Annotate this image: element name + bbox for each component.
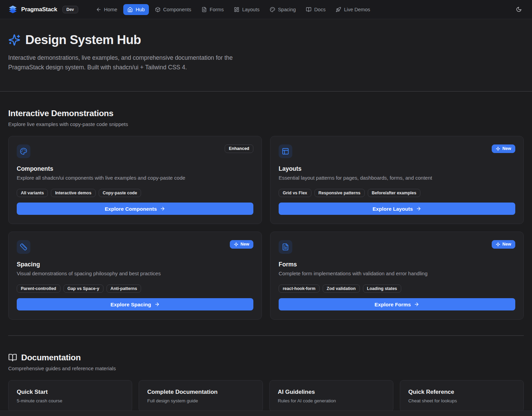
tag-row: react-hook-form Zod validation Loading s…	[279, 285, 515, 293]
page-subtitle: Interactive demonstrations, live example…	[8, 53, 263, 72]
card-title: AI Guidelines	[278, 389, 385, 396]
explore-forms-button[interactable]: Explore Forms	[279, 298, 515, 310]
tag: Anti-patterns	[107, 285, 141, 293]
status-badge: New	[230, 240, 253, 249]
demo-card-layouts[interactable]: New Layouts Essential layout patterns fo…	[270, 136, 524, 224]
section-subheading: Comprehensive guides and reference mater…	[8, 365, 524, 371]
section-heading-text: Documentation	[21, 353, 81, 362]
badge-label: New	[502, 242, 511, 247]
card-description: Cheat sheet for lookups	[408, 398, 515, 403]
palette-icon	[270, 7, 275, 12]
documentation-section: Documentation Comprehensive guides and r…	[8, 336, 524, 412]
page-title-text: Design System Hub	[25, 33, 141, 47]
card-description: 5-minute crash course	[17, 398, 124, 403]
nav-item-label: Live Demos	[344, 7, 370, 12]
tag: Grid vs Flex	[279, 189, 311, 197]
tag: All variants	[17, 189, 48, 197]
card-description: Rules for AI code generation	[278, 398, 385, 403]
demo-card-components[interactable]: Enhanced Components Explore all shadcn/u…	[8, 136, 262, 224]
book-open-icon	[8, 353, 17, 362]
button-label: Explore Spacing	[110, 302, 151, 307]
demo-card-spacing[interactable]: New Spacing Visual demonstrations of spa…	[8, 232, 262, 320]
card-description: Essential layout patterns for pages, das…	[279, 175, 515, 181]
status-badge: New	[492, 144, 515, 153]
footer-band	[0, 411, 532, 416]
card-description: Full design system guide	[147, 398, 254, 403]
doc-card-quick-start[interactable]: Quick Start 5-minute crash course	[8, 380, 132, 412]
card-description: Complete form implementations with valid…	[279, 271, 515, 276]
book-open-icon	[306, 7, 311, 12]
brand-name: PragmaStack	[21, 6, 57, 13]
nav-item-label: Layouts	[242, 7, 260, 12]
tag: Interactive demos	[51, 189, 95, 197]
tag-row: All variants Interactive demos Copy-past…	[17, 189, 253, 197]
main-content: Interactive Demonstrations Explore live …	[0, 92, 532, 412]
sparkles-icon	[496, 147, 500, 151]
nav-item-live-demos[interactable]: Live Demos	[332, 4, 374, 15]
home-icon	[127, 7, 133, 12]
section-subheading: Explore live examples with copy-paste co…	[8, 121, 524, 127]
button-label: Explore Components	[105, 206, 157, 212]
nav-item-docs[interactable]: Docs	[302, 4, 330, 15]
tag: Before/after examples	[368, 189, 421, 197]
status-badge: Enhanced	[225, 144, 253, 153]
explore-components-button[interactable]: Explore Components	[17, 203, 253, 215]
badge-label: New	[502, 146, 511, 151]
rocket-icon	[336, 7, 341, 12]
tag: Parent-controlled	[17, 285, 60, 293]
card-title: Quick Start	[17, 389, 124, 396]
section-heading: Interactive Demonstrations	[8, 109, 524, 118]
button-label: Explore Forms	[375, 302, 411, 307]
card-description: Explore all shadcn/ui components with li…	[17, 175, 253, 181]
tag-row: Grid vs Flex Responsive patterns Before/…	[279, 189, 515, 197]
brand[interactable]: PragmaStack Dev	[8, 5, 78, 14]
tag: Loading states	[363, 285, 401, 293]
nav-item-spacing[interactable]: Spacing	[266, 4, 300, 15]
top-navbar: PragmaStack Dev Home Hub Components Fo	[0, 0, 532, 19]
card-title: Complete Documentation	[147, 389, 254, 396]
palette-icon	[17, 144, 30, 158]
arrow-right-icon	[154, 302, 160, 307]
moon-icon	[516, 6, 522, 12]
file-text-icon	[201, 7, 207, 12]
demo-card-forms[interactable]: New Forms Complete form implementations …	[270, 232, 524, 320]
explore-spacing-button[interactable]: Explore Spacing	[17, 298, 253, 310]
card-description: Visual demonstrations of spacing philoso…	[17, 271, 253, 276]
sparkles-icon	[8, 34, 20, 46]
ruler-icon	[17, 240, 30, 254]
nav-item-label: Docs	[314, 7, 325, 12]
tag: Zod validation	[323, 285, 360, 293]
sparkles-icon	[234, 242, 238, 247]
hero-section: Design System Hub Interactive demonstrat…	[0, 19, 532, 92]
nav-item-hub[interactable]: Hub	[123, 4, 149, 15]
package-icon	[155, 7, 160, 12]
theme-toggle-button[interactable]	[514, 4, 524, 14]
status-badge: New	[492, 240, 515, 249]
layout-panel-icon	[279, 144, 292, 158]
button-label: Explore Layouts	[373, 206, 413, 212]
nav-item-layouts[interactable]: Layouts	[230, 4, 264, 15]
card-title: Components	[17, 165, 253, 172]
card-title: Spacing	[17, 261, 253, 268]
nav-item-forms[interactable]: Forms	[197, 4, 228, 15]
doc-card-quick-reference[interactable]: Quick Reference Cheat sheet for lookups	[400, 380, 524, 412]
arrow-right-icon	[414, 302, 419, 307]
tag: react-hook-form	[279, 285, 320, 293]
nav-item-components[interactable]: Components	[151, 4, 195, 15]
nav-item-label: Hub	[136, 7, 145, 12]
doc-card-ai-guidelines[interactable]: AI Guidelines Rules for AI code generati…	[269, 380, 393, 412]
page-title: Design System Hub	[8, 33, 524, 47]
tag: Copy-paste code	[99, 189, 141, 197]
section-heading: Documentation	[8, 353, 524, 362]
doc-card-complete-documentation[interactable]: Complete Documentation Full design syste…	[139, 380, 263, 412]
nav-item-label: Home	[104, 7, 117, 12]
layout-dashboard-icon	[234, 7, 239, 12]
file-text-icon	[279, 240, 292, 254]
nav-item-home[interactable]: Home	[92, 4, 122, 15]
explore-layouts-button[interactable]: Explore Layouts	[279, 203, 515, 215]
tag-row: Parent-controlled Gap vs Space-y Anti-pa…	[17, 285, 253, 293]
badge-label: New	[240, 242, 249, 247]
card-title: Forms	[279, 261, 515, 268]
arrow-left-icon	[96, 7, 101, 12]
arrow-right-icon	[416, 206, 421, 211]
